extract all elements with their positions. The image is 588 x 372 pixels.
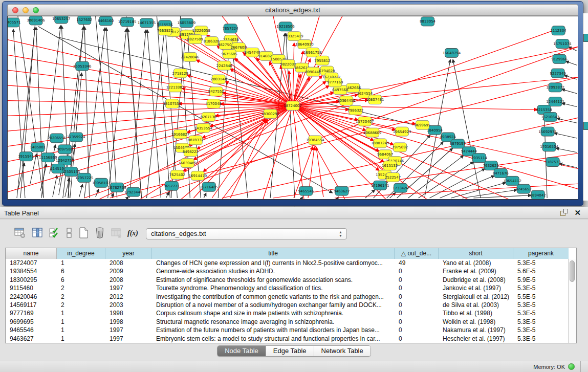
graph-node[interactable]: 30691406 (27, 16, 45, 25)
graph-node[interactable]: 15720407 (356, 117, 374, 126)
table-cell[interactable]: 1 (57, 309, 105, 317)
tab-node-table[interactable]: Node Table (217, 346, 266, 356)
column-header-3[interactable]: title (152, 248, 395, 259)
citation-edge-black[interactable] (79, 184, 83, 197)
table-cell[interactable]: 5.3E-5 (513, 309, 569, 317)
table-cell[interactable]: 2008 (105, 259, 152, 267)
table-cell[interactable]: 2008 (105, 276, 152, 284)
function-builder-icon[interactable]: f(x) (126, 227, 139, 240)
graph-node[interactable]: 16039489 (179, 159, 197, 168)
table-cell[interactable]: 1 (57, 318, 105, 326)
graph-node[interactable]: 7857224 (223, 24, 239, 33)
citation-edge-black[interactable] (84, 27, 90, 198)
column-header-0[interactable]: name (6, 248, 57, 259)
table-cell[interactable]: 2 (57, 301, 105, 309)
graph-node[interactable]: 9097588 (57, 145, 73, 154)
graph-node[interactable]: 17957225 (75, 173, 94, 182)
graph-node[interactable]: 19218506 (276, 22, 295, 31)
table-cell[interactable]: 5.9E-5 (513, 276, 569, 284)
table-cell[interactable]: Investigating the contribution of common… (152, 293, 395, 301)
table-cell[interactable]: 22420046 (6, 293, 57, 301)
table-cell[interactable]: 6 (57, 267, 105, 275)
table-cell[interactable]: 5.3E-5 (513, 259, 569, 267)
table-row[interactable]: 1872400712008Changes of HCN gene express… (6, 259, 569, 267)
graph-node[interactable]: 7955812 (314, 56, 330, 65)
graph-node[interactable]: 2522547 (385, 172, 401, 182)
table-row[interactable]: 2242004622012Investigating the contribut… (6, 293, 569, 301)
graph-node[interactable]: 9827509 (187, 35, 203, 44)
table-cell[interactable]: 0 (395, 301, 439, 309)
graph-node[interactable]: 2718129 (172, 69, 188, 78)
graph-node[interactable]: 10653257 (52, 16, 71, 24)
citation-edge-red[interactable] (187, 75, 293, 106)
graph-node[interactable]: 5405571 (8, 18, 21, 27)
citation-edge-black[interactable] (166, 192, 169, 198)
citation-edge-black[interactable] (559, 164, 577, 168)
graph-node[interactable]: 15751074 (553, 39, 572, 49)
graph-node[interactable]: 17359924 (67, 133, 85, 142)
delete-table-icon[interactable] (93, 227, 106, 240)
tab-network-table[interactable]: Network Table (314, 346, 371, 356)
graph-node[interactable]: 14671355 (138, 18, 156, 28)
tab-edge-table[interactable]: Edge Table (266, 346, 314, 356)
network-table-selector[interactable]: citations_edges.txt ▲▼ (146, 228, 347, 239)
show-columns-icon[interactable] (31, 227, 44, 240)
table-cell[interactable]: Estimation of significance thresholds fo… (152, 276, 395, 284)
table-cell[interactable]: 19384554 (6, 267, 57, 275)
table-cell[interactable]: 5.3E-5 (513, 301, 569, 309)
scrollbar-thumb[interactable] (570, 260, 575, 282)
graph-node[interactable]: 12213383 (166, 83, 185, 92)
graph-node[interactable]: 8498222 (183, 147, 199, 157)
table-cell[interactable]: 2 (57, 284, 105, 292)
table-cell[interactable]: 18724007 (6, 259, 57, 267)
graph-node[interactable]: 16053809 (178, 18, 196, 28)
network-window[interactable]: citations_edges.txt 54055713069140610653… (2, 1, 583, 206)
graph-node[interactable]: 17016504 (540, 142, 558, 151)
citation-edge-black[interactable] (286, 33, 295, 198)
graph-node[interactable]: 12093872 (546, 83, 564, 92)
table-cell[interactable]: Genome-wide association studies in ADHD. (152, 267, 395, 275)
graph-node[interactable]: 8813054 (420, 17, 436, 26)
table-cell[interactable]: 0 (395, 326, 439, 334)
table-cell[interactable]: Franke et al. (2009) (439, 267, 513, 275)
table-cell[interactable]: 1997 (105, 284, 152, 292)
graph-node[interactable]: 13325419 (285, 32, 303, 41)
table-cell[interactable]: 18300295 (6, 276, 57, 284)
float-panel-icon[interactable] (560, 209, 568, 216)
table-settings-icon[interactable] (13, 227, 27, 240)
table-cell[interactable]: 1998 (105, 318, 152, 326)
citation-edge-black[interactable] (96, 16, 113, 198)
table-cell[interactable]: 0 (395, 267, 439, 275)
citation-edge-red[interactable] (293, 106, 537, 110)
graph-node[interactable]: 8471676 (493, 169, 509, 178)
citation-edge-black[interactable] (556, 148, 577, 152)
graph-node[interactable]: 12942757 (56, 156, 74, 165)
table-cell[interactable]: 0 (395, 293, 439, 301)
graph-node[interactable]: 16210643 (541, 112, 559, 121)
table-cell[interactable]: 5.3E-5 (513, 318, 569, 326)
graph-node[interactable]: 2803144 (211, 75, 227, 84)
table-cell[interactable]: 2009 (105, 267, 152, 275)
merge-cells-icon[interactable] (62, 227, 76, 240)
table-cell[interactable]: Corpus callosum shape and size in male p… (152, 309, 395, 317)
table-cell[interactable]: de Silva et al. (2003) (439, 301, 513, 309)
citation-edge-red[interactable] (222, 106, 293, 199)
table-cell[interactable]: Estimation of the future numbers of pati… (152, 326, 395, 334)
table-cell[interactable]: 2003 (105, 301, 152, 309)
table-row[interactable]: 1938455462009Genome-wide association stu… (6, 267, 569, 275)
table-cell[interactable]: Embryonic stem cells: a model to study s… (152, 335, 395, 343)
table-cell[interactable]: 0 (395, 309, 439, 317)
table-cell[interactable]: 1 (57, 335, 105, 343)
citation-edge-black[interactable] (231, 35, 248, 198)
graph-node[interactable]: 10807481 (366, 95, 384, 104)
table-cell[interactable]: Hescheler et al. (1997) (439, 335, 513, 343)
graph-node[interactable]: 9465546 (298, 186, 314, 195)
graph-node[interactable]: 1187533 (545, 158, 561, 167)
table-cell[interactable]: 5.3E-5 (513, 326, 569, 334)
graph-node[interactable]: 19654923 (393, 127, 411, 136)
graph-node[interactable]: 8267130 (201, 112, 216, 121)
column-header-4[interactable]: △ out_de... (395, 248, 439, 259)
memory-status-indicator[interactable] (568, 363, 575, 370)
graph-node[interactable]: 10654112 (503, 176, 521, 185)
graph-node[interactable]: 9463627 (334, 186, 350, 195)
